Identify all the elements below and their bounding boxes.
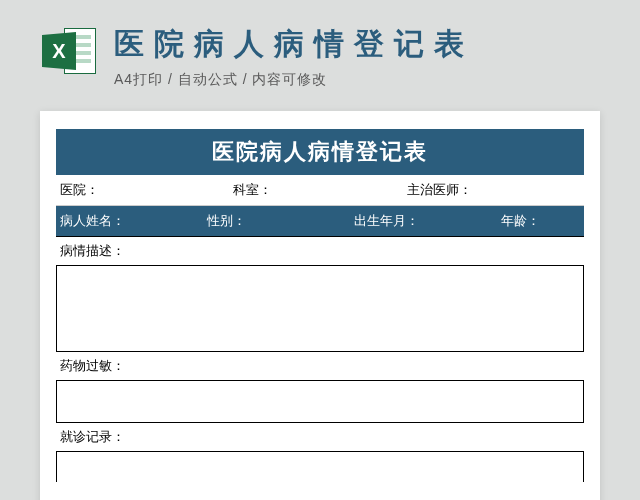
age-label: 年龄： [501,212,580,230]
hospital-info-row: 医院： 科室： 主治医师： [56,175,584,206]
allergy-label: 药物过敏： [56,352,584,381]
patient-name-label: 病人姓名： [60,212,207,230]
visit-record-box [56,452,584,482]
condition-description-box [56,266,584,352]
page-subtitle: A4打印 / 自动公式 / 内容可修改 [114,71,474,89]
condition-description-label: 病情描述： [56,236,584,266]
document-sheet: 医院病人病情登记表 医院： 科室： 主治医师： 病人姓名： 性别： 出生年月： … [40,111,600,500]
birth-label: 出生年月： [354,212,501,230]
template-header: X 医院病人病情登记表 A4打印 / 自动公式 / 内容可修改 [0,0,640,103]
page-title: 医院病人病情登记表 [114,24,474,65]
gender-label: 性别： [207,212,354,230]
doctor-label: 主治医师： [407,181,580,199]
patient-info-row: 病人姓名： 性别： 出生年月： 年龄： [56,206,584,236]
excel-icon: X [42,26,96,76]
department-label: 科室： [233,181,406,199]
excel-x-badge: X [42,32,76,70]
allergy-box [56,381,584,423]
visit-record-label: 就诊记录： [56,423,584,452]
hospital-label: 医院： [60,181,233,199]
form-title: 医院病人病情登记表 [56,129,584,175]
